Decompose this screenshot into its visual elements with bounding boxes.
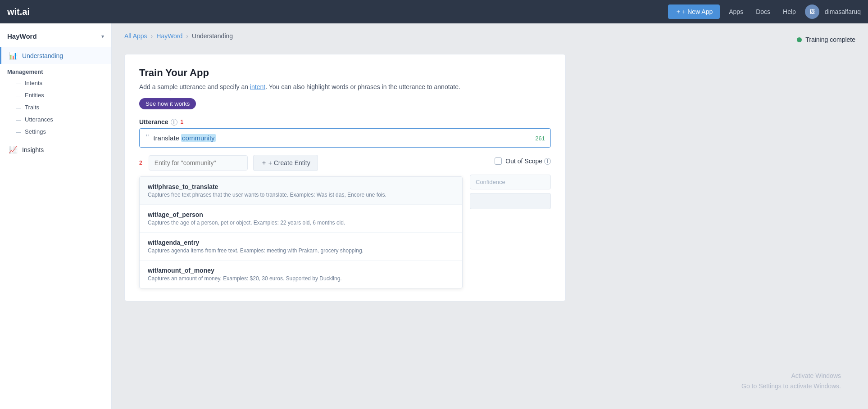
entity-row: 2 ＋ + Create Entity [139, 155, 318, 171]
sidebar-item-settings[interactable]: — Settings [0, 126, 111, 138]
dash-icon: — [16, 81, 21, 86]
sidebar-sub-label-traits: Traits [25, 104, 39, 111]
list-item[interactable]: wit/phrase_to_translate Captures free te… [140, 177, 462, 205]
watermark-line2: Go to Settings to activate Windows. [741, 381, 841, 391]
sidebar-item-intents[interactable]: — Intents [0, 77, 111, 89]
insights-icon: 📈 [9, 145, 18, 154]
sidebar-item-traits[interactable]: — Traits [0, 101, 111, 113]
dash-icon: — [16, 117, 21, 122]
training-status-dot [797, 37, 802, 42]
plus-icon-entity: ＋ [261, 159, 267, 167]
plus-icon: ＋ [675, 8, 682, 16]
confidence-bar-1 [470, 193, 551, 209]
entity-input[interactable] [149, 155, 248, 171]
topnav: wit.ai ＋ + New App Apps Docs Help 🖼 dima… [0, 0, 868, 23]
sidebar-item-label-insights: Insights [22, 146, 44, 153]
watermark-line1: Activate Windows [741, 371, 841, 381]
logo: wit.ai [7, 7, 30, 17]
entity-dropdown: wit/phrase_to_translate Captures free te… [139, 176, 463, 288]
training-status: Training complete [797, 36, 855, 43]
breadcrumb-sep-2: › [186, 32, 188, 40]
dropdown-area: wit/phrase_to_translate Captures free te… [139, 175, 551, 288]
intent-link[interactable]: intent [250, 83, 265, 90]
out-of-scope-label: Out of Scope i [505, 157, 551, 165]
entity-item-desc-2: Captures agenda items from free text. Ex… [148, 247, 454, 254]
training-status-label: Training complete [805, 36, 855, 43]
breadcrumb: All Apps › HayWord › Understanding [124, 32, 233, 40]
windows-watermark: Activate Windows Go to Settings to activ… [741, 371, 841, 391]
oos-info-icon[interactable]: i [544, 158, 551, 165]
sidebar-item-utterances[interactable]: — Utterances [0, 113, 111, 126]
dash-icon: — [16, 93, 21, 98]
sidebar-item-understanding[interactable]: 📊 Understanding [0, 47, 111, 64]
entity-dropdown-list: wit/phrase_to_translate Captures free te… [140, 177, 462, 288]
layout: HayWord ▾ 📊 Understanding Management — I… [0, 23, 868, 409]
breadcrumb-sep-1: › [151, 32, 153, 40]
breadcrumb-all-apps[interactable]: All Apps [124, 32, 147, 40]
out-of-scope-row: Out of Scope i [495, 155, 551, 165]
annotation-1: 1 [181, 119, 184, 125]
entity-item-name-0: wit/phrase_to_translate [148, 183, 454, 190]
sidebar-sub-label-entities: Entities [25, 92, 44, 99]
list-item[interactable]: wit/age_of_person Captures the age of a … [140, 205, 462, 233]
docs-link[interactable]: Docs [752, 6, 774, 17]
entity-item-name-2: wit/agenda_entry [148, 239, 454, 246]
char-count: 261 [535, 135, 545, 141]
app-selector[interactable]: HayWord ▾ [0, 29, 111, 44]
apps-link[interactable]: Apps [725, 6, 747, 17]
sidebar-item-entities[interactable]: — Entities [0, 89, 111, 101]
list-item[interactable]: wit/amount_of_money Captures an amount o… [140, 261, 462, 288]
entity-item-name-1: wit/age_of_person [148, 211, 454, 218]
understanding-icon: 📊 [9, 51, 18, 60]
train-card: Train Your App Add a sample utterance an… [124, 54, 566, 301]
sidebar: HayWord ▾ 📊 Understanding Management — I… [0, 23, 112, 409]
sidebar-sub-label-intents: Intents [25, 80, 42, 86]
utterance-highlighted-text: community [181, 134, 216, 142]
confidence-column: Confidence [470, 175, 551, 288]
quote-icon: " [146, 133, 149, 143]
new-app-button[interactable]: ＋ + New App [668, 4, 720, 19]
entity-item-desc-1: Captures the age of a person, pet or obj… [148, 220, 454, 226]
sidebar-item-insights[interactable]: 📈 Insights [0, 141, 111, 158]
sidebar-item-label-understanding: Understanding [22, 52, 63, 59]
page-description: Add a sample utterance and specify an in… [139, 82, 551, 92]
username: dimasalfaruq [825, 8, 861, 15]
avatar: 🖼 [805, 4, 819, 19]
page-title: Train Your App [139, 67, 551, 79]
breadcrumb-app-name[interactable]: HayWord [156, 32, 182, 40]
see-how-button[interactable]: See how it works [139, 98, 196, 109]
out-of-scope-checkbox[interactable] [495, 157, 502, 165]
sidebar-sub-label-utterances: Utterances [25, 116, 53, 123]
chevron-down-icon: ▾ [101, 33, 104, 40]
main-content: All Apps › HayWord › Understanding Train… [112, 23, 868, 409]
dash-icon: — [16, 129, 21, 135]
app-name: HayWord [7, 32, 37, 40]
management-section: Management [0, 64, 111, 77]
utterance-input[interactable]: " translate community 261 [139, 128, 551, 148]
confidence-label: Confidence [470, 175, 551, 189]
utterance-plain-text: translate [153, 134, 181, 142]
sidebar-sub-label-settings: Settings [25, 128, 46, 135]
utterance-info-icon[interactable]: i [171, 119, 177, 126]
utterance-text: translate community [153, 134, 215, 142]
dash-icon: — [16, 105, 21, 110]
create-entity-button[interactable]: ＋ + Create Entity [253, 155, 318, 171]
entity-item-name-3: wit/amount_of_money [148, 267, 454, 274]
help-link[interactable]: Help [779, 6, 800, 17]
list-item[interactable]: wit/agenda_entry Captures agenda items f… [140, 233, 462, 261]
annotation-2: 2 [139, 160, 142, 166]
entity-item-desc-0: Captures free text phrases that the user… [148, 192, 454, 198]
utterance-label-row: Utterance i 1 [139, 118, 551, 126]
breadcrumb-current: Understanding [192, 32, 233, 40]
entity-item-desc-3: Captures an amount of money. Examples: $… [148, 275, 454, 282]
